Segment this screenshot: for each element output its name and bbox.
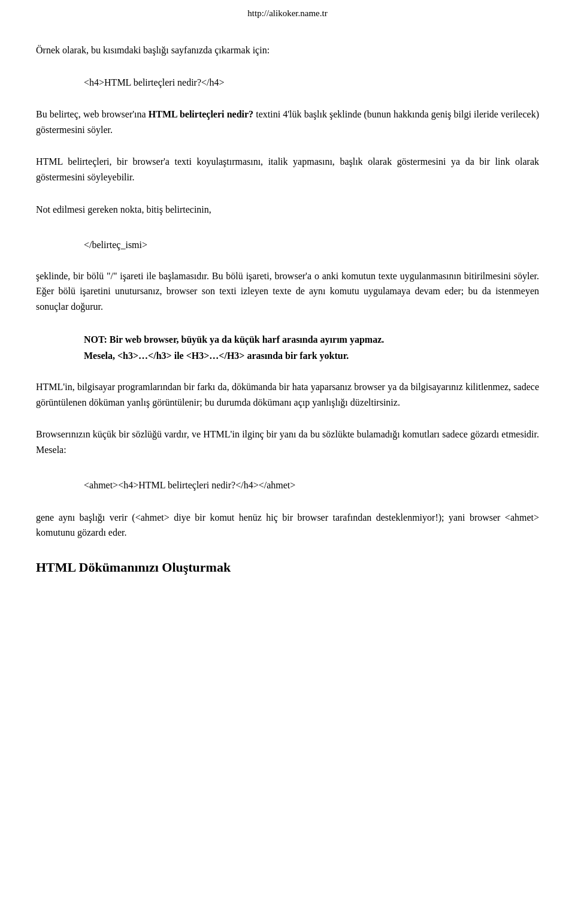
code-line-3: <ahmet><h4>HTML belirteçleri nedir?</h4>…: [84, 478, 539, 493]
main-heading-1: HTML Dökümanınızı Oluşturmak: [36, 558, 539, 577]
paragraph-5: şeklinde, bir bölü "/" işareti ile başla…: [36, 268, 539, 315]
paragraph-4: Not edilmesi gereken nokta, bitiş belirt…: [36, 202, 539, 218]
code-line-1: <h4>HTML belirteçleri nedir?</h4>: [84, 75, 539, 90]
not1-text: NOT: Bir web browser, büyük ya da küçük …: [84, 331, 539, 348]
not-block-1: NOT: Bir web browser, büyük ya da küçük …: [84, 331, 539, 364]
para6-text: HTML'in, bilgisayar programlarından bir …: [36, 382, 539, 407]
para3-text: HTML belirteçleri, bir browser'a texti k…: [36, 156, 539, 182]
page-url: http://alikoker.name.tr: [0, 0, 575, 25]
para2-bold: HTML belirteçleri nedir?: [149, 109, 253, 119]
paragraph-7: Browserınızın küçük bir sözlüğü vardır, …: [36, 427, 539, 457]
code-line-2: </belirteç_ismi>: [84, 237, 539, 253]
paragraph-8: gene aynı başlığı verir (<ahmet> diye bi…: [36, 510, 539, 540]
heading1-text: HTML Dökümanınızı Oluşturmak: [36, 560, 231, 575]
para4-text: Not edilmesi gereken nokta, bitiş belirt…: [36, 204, 211, 215]
paragraph-1: Örnek olarak, bu kısımdaki başlığı sayfa…: [36, 43, 539, 58]
not2-text: Mesela, <h3>…</h3> ile <H3>…</H3> arasın…: [84, 348, 539, 364]
para7-text: Browserınızın küçük bir sözlüğü vardır, …: [36, 429, 539, 455]
paragraph-2: Bu belirteç, web browser'ına HTML belirt…: [36, 107, 539, 137]
para2-prefix: Bu belirteç, web browser'ına: [36, 109, 149, 119]
paragraph-3: HTML belirteçleri, bir browser'a texti k…: [36, 154, 539, 185]
para8-text: gene aynı başlığı verir (<ahmet> diye bi…: [36, 512, 539, 538]
code1-text: <h4>HTML belirteçleri nedir?</h4>: [84, 77, 225, 87]
url-text: http://alikoker.name.tr: [247, 8, 327, 18]
para1-text: Örnek olarak, bu kısımdaki başlığı sayfa…: [36, 45, 270, 55]
paragraph-6: HTML'in, bilgisayar programlarından bir …: [36, 379, 539, 410]
code3-text: <ahmet><h4>HTML belirteçleri nedir?</h4>…: [84, 480, 295, 490]
para5-text: şeklinde, bir bölü "/" işareti ile başla…: [36, 271, 539, 312]
code2-text: </belirteç_ismi>: [84, 240, 147, 250]
